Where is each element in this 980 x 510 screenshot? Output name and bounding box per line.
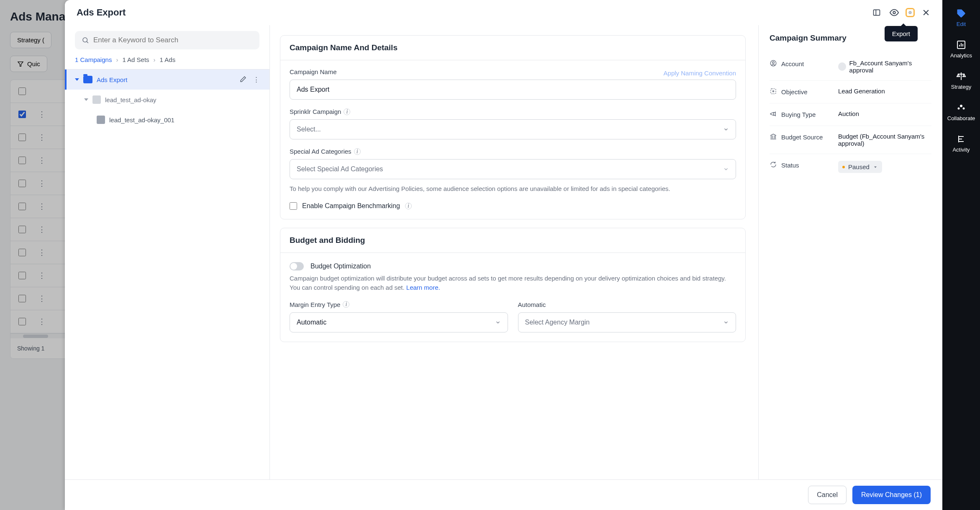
more-icon[interactable]: ⋮ (253, 76, 259, 83)
users-icon (956, 103, 966, 113)
bar-chart-icon (956, 40, 966, 50)
search-icon (82, 36, 89, 44)
svg-point-6 (958, 108, 960, 110)
crumb-adsets: 1 Ad Sets (122, 56, 149, 63)
campaign-tree: Ads Export ⋮ lead_test_ad-okay lead_test… (65, 69, 269, 479)
automatic-label: Automatic (518, 301, 736, 308)
svg-point-21 (772, 62, 775, 64)
tree-node-label: Ads Export (97, 76, 127, 83)
svg-point-7 (963, 108, 965, 110)
svg-marker-24 (874, 166, 877, 168)
close-icon[interactable] (921, 8, 931, 17)
crumb-campaigns[interactable]: 1 Campaigns (75, 56, 112, 63)
left-panel: 1 Campaigns › 1 Ad Sets › 1 Ads Ads Expo… (65, 25, 270, 479)
card-title: Budget and Bidding (280, 228, 745, 253)
rail-item-strategy[interactable]: Strategy (951, 71, 971, 90)
budget-optimization-help: Campaign budget optimization will distri… (290, 274, 736, 293)
caret-down-icon (873, 165, 878, 170)
tree-node-label: lead_test_ad-okay_001 (109, 116, 174, 124)
target-icon (770, 88, 777, 96)
benchmark-checkbox[interactable] (290, 202, 297, 210)
rail-label: Strategy (951, 84, 971, 90)
info-icon[interactable]: i (344, 108, 350, 115)
breadcrumb: 1 Campaigns › 1 Ad Sets › 1 Ads (75, 56, 259, 63)
cancel-button[interactable]: Cancel (808, 486, 847, 504)
summary-row-objective: Objective Lead Generation (770, 81, 931, 103)
special-help-text: To help you comply with our Advertising … (290, 184, 736, 194)
campaign-details-card: Campaign Name And Details Apply Naming C… (280, 35, 746, 219)
megaphone-icon (770, 110, 777, 119)
special-categories-select[interactable]: Select Special Ad Categories (290, 159, 736, 179)
margin-entry-label: Margin Entry Type i (290, 301, 508, 308)
info-icon[interactable]: i (343, 301, 349, 308)
export-tooltip: Export (885, 26, 918, 41)
margin-entry-select[interactable]: Automatic (290, 312, 508, 332)
campaign-name-input[interactable] (290, 80, 736, 100)
search-box[interactable] (75, 31, 259, 49)
apply-naming-link[interactable]: Apply Naming Convention (664, 70, 736, 77)
rail-label: Activity (952, 147, 970, 153)
rail-item-activity[interactable]: Activity (952, 134, 970, 153)
summary-row-account: Account Fb_Account Sanyam's approval (770, 53, 931, 81)
folder-icon (83, 76, 92, 83)
ads-export-modal: Ads Export Export 1 Campai (65, 0, 942, 510)
refresh-icon (770, 161, 777, 170)
svg-rect-22 (771, 89, 776, 94)
summary-row-status: Status Paused (770, 154, 931, 180)
editor-panel: Campaign Name And Details Apply Naming C… (270, 25, 758, 479)
svg-point-18 (83, 38, 87, 42)
modal-header: Ads Export Export (65, 0, 942, 25)
chevron-down-icon (723, 319, 729, 325)
learn-more-link[interactable]: Learn more. (406, 284, 440, 291)
adset-icon (92, 95, 101, 104)
tree-adset-node[interactable]: lead_test_ad-okay (65, 90, 269, 110)
info-icon[interactable]: i (354, 148, 361, 155)
export-icon (908, 8, 912, 17)
ad-icon (97, 116, 105, 124)
svg-rect-12 (874, 10, 880, 15)
rail-item-analytics[interactable]: Analytics (950, 40, 972, 59)
tree-node-label: lead_test_ad-okay (105, 96, 156, 103)
caret-down-icon (75, 78, 79, 81)
timeline-icon (956, 134, 966, 144)
agency-margin-select[interactable]: Select Agency Margin (518, 312, 736, 332)
summary-row-budget: Budget Source Budget (Fb_Account Sanyam'… (770, 126, 931, 154)
panel-toggle-icon[interactable] (872, 8, 881, 17)
bank-icon (770, 133, 777, 142)
modal-title: Ads Export (77, 7, 872, 18)
budget-optimization-toggle[interactable] (290, 262, 304, 270)
rail-label: Analytics (950, 52, 972, 59)
svg-point-23 (773, 91, 774, 92)
modal-footer: Cancel Review Changes (1) (65, 479, 942, 510)
rail-item-collaborate[interactable]: Collaborate (947, 103, 975, 121)
tree-campaign-node[interactable]: Ads Export ⋮ (65, 70, 269, 90)
chevron-down-icon (723, 126, 729, 132)
crumb-ads: 1 Ads (160, 56, 176, 63)
pencil-icon[interactable] (240, 76, 246, 82)
summary-row-buying: Buying Type Auction (770, 103, 931, 126)
avatar-icon (838, 62, 846, 71)
sprinklr-campaign-label: Sprinklr Campaign i (290, 108, 736, 115)
budget-optimization-label: Budget Optimization (310, 263, 371, 270)
special-categories-label: Special Ad Categories i (290, 148, 736, 155)
status-pill[interactable]: Paused (838, 161, 882, 173)
caret-down-icon (84, 98, 88, 101)
chevron-right-icon: › (154, 56, 156, 63)
sprinklr-campaign-select[interactable]: Select... (290, 119, 736, 139)
search-input[interactable] (93, 36, 253, 44)
info-icon[interactable]: i (405, 203, 412, 209)
rail-label: Edit (957, 21, 966, 27)
preview-icon[interactable] (890, 8, 899, 17)
rail-label: Collaborate (947, 115, 975, 121)
svg-line-19 (87, 41, 88, 43)
benchmark-label: Enable Campaign Benchmarking (302, 202, 400, 210)
svg-point-5 (960, 105, 962, 107)
export-button[interactable]: Export (906, 8, 915, 17)
chevron-right-icon: › (116, 56, 118, 63)
tag-icon (956, 8, 966, 18)
chevron-down-icon (495, 319, 501, 325)
tree-ad-node[interactable]: lead_test_ad-okay_001 (65, 110, 269, 130)
review-changes-button[interactable]: Review Changes (1) (852, 486, 931, 504)
user-circle-icon (770, 59, 777, 68)
rail-item-edit[interactable]: Edit (956, 8, 966, 27)
